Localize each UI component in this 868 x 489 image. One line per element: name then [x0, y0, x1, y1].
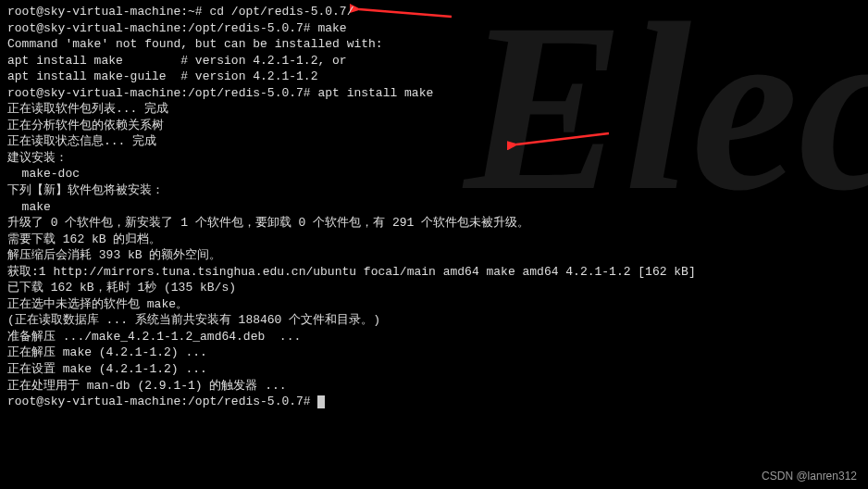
terminal-line-make2: make: [7, 199, 861, 216]
terminal-line-trigger: 正在处理用于 man-db (2.9.1-1) 的触发器 ...: [7, 378, 861, 395]
terminal-line-aptinstall: root@sky-virtual-machine:/opt/redis-5.0.…: [7, 85, 861, 102]
terminal-line-newpkg: 下列【新】软件包将被安装：: [7, 182, 861, 199]
terminal-line-get: 获取:1 http://mirrors.tuna.tsinghua.edu.cn…: [7, 264, 861, 281]
terminal-line-extract: 解压缩后会消耗 393 kB 的额外空间。: [7, 247, 861, 264]
terminal-line-makedoc: make-doc: [7, 166, 861, 182]
terminal-line-downloaded: 已下载 162 kB，耗时 1秒 (135 kB/s): [7, 280, 861, 296]
terminal-line-state: 正在读取状态信息... 完成: [7, 133, 861, 150]
cursor-icon: [317, 395, 325, 408]
terminal-line-notfound: Command 'make' not found, but can be ins…: [7, 36, 861, 53]
terminal-line-reading: 正在读取软件包列表... 完成: [7, 101, 861, 118]
terminal-line-prepare: 准备解压 .../make_4.2.1-1.2_amd64.deb ...: [7, 329, 861, 345]
terminal-line-deptree: 正在分析软件包的依赖关系树: [7, 118, 861, 134]
terminal-line-upgrade: 升级了 0 个软件包，新安装了 1 个软件包，要卸载 0 个软件包，有 291 …: [7, 215, 861, 232]
csdn-watermark: CSDN @lanren312: [762, 469, 857, 483]
terminal-line-suggest: 建议安装：: [7, 150, 861, 167]
terminal-line-apt1: apt install make # version 4.2.1-1.2, or: [7, 53, 861, 69]
terminal-line-selecting: 正在选中未选择的软件包 make。: [7, 296, 861, 313]
terminal-output: root@sky-virtual-machine:~# cd /opt/redi…: [7, 4, 861, 410]
terminal-prompt-current[interactable]: root@sky-virtual-machine:/opt/redis-5.0.…: [7, 394, 861, 410]
terminal-line-setup: 正在设置 make (4.2.1-1.2) ...: [7, 361, 861, 378]
terminal-line-apt2: apt install make-guile # version 4.2.1-1…: [7, 69, 861, 85]
terminal-line-unpack: 正在解压 make (4.2.1-1.2) ...: [7, 345, 861, 361]
terminal-line-download: 需要下载 162 kB 的归档。: [7, 232, 861, 248]
terminal-line-make: root@sky-virtual-machine:/opt/redis-5.0.…: [7, 20, 861, 37]
terminal-line-cd: root@sky-virtual-machine:~# cd /opt/redi…: [7, 4, 861, 20]
terminal-line-db: (正在读取数据库 ... 系统当前共安装有 188460 个文件和目录。): [7, 312, 861, 329]
